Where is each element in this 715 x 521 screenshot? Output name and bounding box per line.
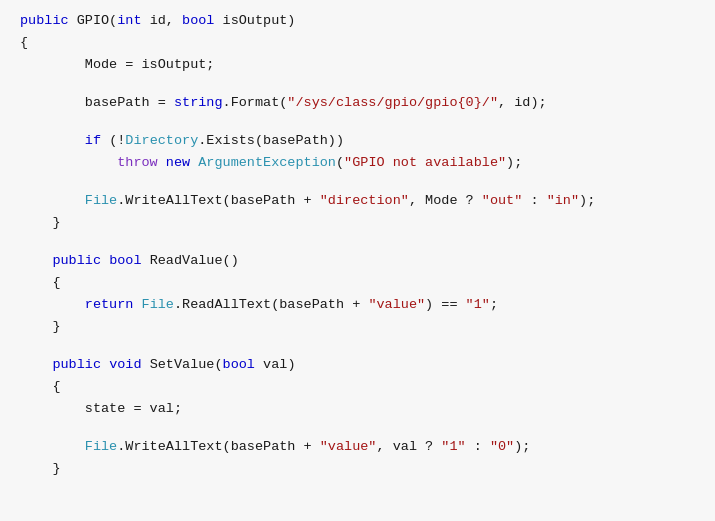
exists-call: .Exists(basePath)) bbox=[198, 130, 344, 152]
close-brace-1: } bbox=[20, 212, 61, 234]
keyword-return: return bbox=[20, 294, 142, 316]
value-string: "value" bbox=[368, 294, 425, 316]
write-close-2: ); bbox=[514, 436, 530, 458]
keyword-string: string bbox=[174, 92, 223, 114]
code-line-4 bbox=[0, 76, 715, 92]
keyword-bool-2: bool bbox=[109, 250, 150, 272]
value-string-2: "value" bbox=[320, 436, 377, 458]
class-file-3: File bbox=[85, 436, 117, 458]
colon-in: : bbox=[522, 190, 546, 212]
exception-message: "GPIO not available" bbox=[344, 152, 506, 174]
code-line-16: } bbox=[0, 316, 715, 338]
format-string: "/sys/class/gpio/gpio{0}/" bbox=[287, 92, 498, 114]
equals-equals: ) == bbox=[425, 294, 466, 316]
class-file-2: File bbox=[142, 294, 174, 316]
code-line-19: { bbox=[0, 376, 715, 398]
code-line-1: public GPIO( int id, bool isOutput) bbox=[0, 10, 715, 32]
keyword-bool-3: bool bbox=[223, 354, 264, 376]
class-argumentexception: ArgumentException bbox=[198, 152, 336, 174]
direction-string: "direction" bbox=[320, 190, 409, 212]
param-val: val) bbox=[263, 354, 295, 376]
mode-assign: Mode = isOutput; bbox=[20, 54, 214, 76]
close-brace-3: } bbox=[20, 458, 61, 480]
code-line-15: return File .ReadAllText(basePath + "val… bbox=[0, 294, 715, 316]
out-string: "out" bbox=[482, 190, 523, 212]
zero-string: "0" bbox=[490, 436, 514, 458]
code-line-20: state = val; bbox=[0, 398, 715, 420]
keyword-if: if bbox=[20, 130, 109, 152]
read-semicolon: ; bbox=[490, 294, 498, 316]
code-line-10: File .WriteAllText(basePath + "direction… bbox=[0, 190, 715, 212]
code-line-23: } bbox=[0, 458, 715, 480]
keyword-void: void bbox=[109, 354, 150, 376]
one-string-2: "1" bbox=[441, 436, 465, 458]
colon-zero: : bbox=[466, 436, 490, 458]
open-brace-3: { bbox=[20, 376, 61, 398]
param-isoutput: isOutput) bbox=[223, 10, 296, 32]
comma-val: , val ? bbox=[376, 436, 441, 458]
spaces-22 bbox=[20, 436, 85, 458]
writealltext-call: .WriteAllText(basePath + bbox=[117, 190, 320, 212]
state-assign: state = val; bbox=[20, 398, 182, 420]
readvalue-name: ReadValue() bbox=[150, 250, 239, 272]
keyword-public: public bbox=[20, 10, 77, 32]
code-line-22: File .WriteAllText(basePath + "value" , … bbox=[0, 436, 715, 458]
code-line-2: { bbox=[0, 32, 715, 54]
writealltext-call-2: .WriteAllText(basePath + bbox=[117, 436, 320, 458]
code-line-7: if (! Directory .Exists(basePath)) bbox=[0, 130, 715, 152]
exception-close: ); bbox=[506, 152, 522, 174]
code-line-8: throw new ArgumentException ( "GPIO not … bbox=[0, 152, 715, 174]
code-line-3: Mode = isOutput; bbox=[0, 54, 715, 76]
code-line-5: basePath = string .Format( "/sys/class/g… bbox=[0, 92, 715, 114]
code-line-21 bbox=[0, 420, 715, 436]
code-line-6 bbox=[0, 114, 715, 130]
keyword-bool: bool bbox=[182, 10, 223, 32]
dot-format: .Format( bbox=[223, 92, 288, 114]
exception-open-paren: ( bbox=[336, 152, 344, 174]
basepath-var: basePath = bbox=[20, 92, 174, 114]
keyword-int: int bbox=[117, 10, 149, 32]
one-string: "1" bbox=[466, 294, 490, 316]
keyword-new: new bbox=[166, 152, 198, 174]
format-args: , id); bbox=[498, 92, 547, 114]
spaces-10 bbox=[20, 190, 85, 212]
keyword-public-2: public bbox=[20, 250, 109, 272]
open-brace-1: { bbox=[20, 32, 28, 54]
param-id: id, bbox=[150, 10, 182, 32]
open-brace-2: { bbox=[20, 272, 61, 294]
class-directory: Directory bbox=[125, 130, 198, 152]
code-line-17 bbox=[0, 338, 715, 354]
constructor-name: GPIO( bbox=[77, 10, 118, 32]
in-string: "in" bbox=[547, 190, 579, 212]
code-line-13: public bool ReadValue() bbox=[0, 250, 715, 272]
code-line-9 bbox=[0, 174, 715, 190]
setvalue-name: SetValue( bbox=[150, 354, 223, 376]
keyword-throw: throw bbox=[20, 152, 166, 174]
comma-mode: , Mode ? bbox=[409, 190, 482, 212]
code-line-14: { bbox=[0, 272, 715, 294]
readalltext-call: .ReadAllText(basePath + bbox=[174, 294, 368, 316]
code-line-11: } bbox=[0, 212, 715, 234]
code-line-12 bbox=[0, 234, 715, 250]
keyword-public-3: public bbox=[20, 354, 109, 376]
code-line-18: public void SetValue( bool val) bbox=[0, 354, 715, 376]
write-close: ); bbox=[579, 190, 595, 212]
close-brace-2: } bbox=[20, 316, 61, 338]
code-editor: public GPIO( int id, bool isOutput) { Mo… bbox=[0, 0, 715, 521]
if-condition-open: (! bbox=[109, 130, 125, 152]
class-file: File bbox=[85, 190, 117, 212]
